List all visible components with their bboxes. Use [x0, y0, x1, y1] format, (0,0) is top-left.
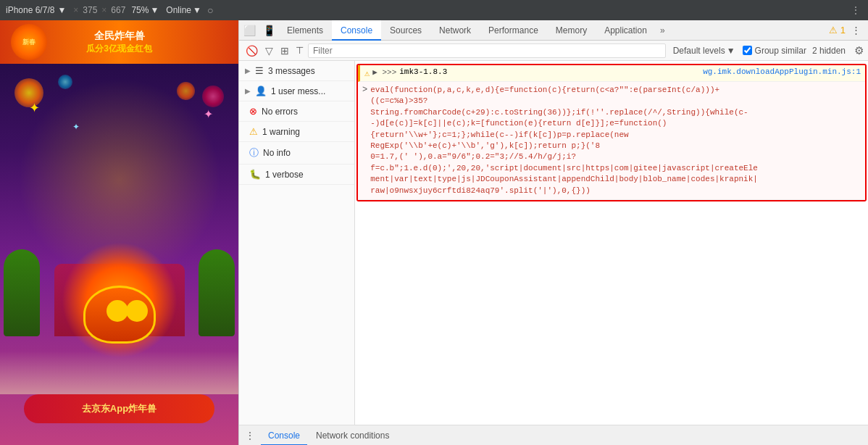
sidebar-verbose-label: 1 verbose [265, 170, 349, 180]
console-entry-warning[interactable]: ⚠ ▶ >>> imk3-1.8.3 wg.imk.downloadAppPlu… [358, 65, 865, 82]
warn-entry-icon: ⚠ [364, 67, 370, 79]
search-icon[interactable]: ⊞ [278, 43, 291, 58]
filter-icon[interactable]: ▽ [263, 43, 275, 58]
devtools-device-icon[interactable]: 📱 [260, 25, 278, 36]
console-entry-eval[interactable]: > eval(function(p,a,c,k,e,d){e=function(… [358, 82, 865, 200]
circle-icon[interactable]: ○ [206, 4, 214, 16]
error-icon: ⊗ [249, 106, 257, 117]
bottom-tab-console[interactable]: Console [261, 425, 307, 446]
clear-console-icon[interactable]: 🚫 [243, 43, 260, 58]
sidebar-item-info[interactable]: ⓘ No info [239, 142, 354, 165]
tab-console[interactable]: Console [332, 20, 381, 41]
separator2: × [100, 5, 108, 15]
top-icon[interactable]: ⊤ [294, 45, 305, 56]
console-toolbar: 🚫 ▽ ⊞ ⊤ Default levels ▼ Group similar 2… [239, 41, 868, 61]
warning-badge: ⚠ 1 [829, 25, 846, 36]
sidebar-item-user[interactable]: ▶ 👤 1 user mess... [239, 81, 354, 101]
settings-icon[interactable]: ⚙ [854, 44, 864, 57]
bottom-tab-network-conditions[interactable]: Network conditions [309, 425, 396, 446]
network-selector[interactable]: Online ▼ [162, 5, 206, 15]
list-icon: ☰ [255, 65, 264, 76]
device-label: iPhone 6/7/8 [6, 5, 54, 15]
log-entry-source[interactable]: wg.imk.downloadAppPlugin.min.js:1 [703, 67, 861, 76]
sidebar-item-errors[interactable]: ⊗ No errors [239, 101, 354, 122]
online-label: Online [166, 5, 191, 15]
console-sidebar: ▶ ☰ 3 messages ▶ 👤 1 user mess... ⊗ No e… [239, 61, 355, 425]
log-entry-id: imk3-1.8.3 [399, 67, 697, 76]
sidebar-warnings-label: 1 warning [262, 127, 349, 137]
hidden-count: 2 hidden [809, 46, 848, 56]
width: 375 [80, 5, 100, 15]
separator: × [72, 5, 80, 15]
default-levels-selector[interactable]: Default levels ▼ [669, 46, 740, 56]
device-selector[interactable]: iPhone 6/7/8 ▼ [0, 5, 72, 15]
device-dropdown-icon: ▼ [57, 5, 66, 15]
bottom-more-icon[interactable]: ⋮ [245, 430, 255, 441]
tab-network[interactable]: Network [430, 20, 480, 41]
expand-icon: ▶ [245, 67, 251, 75]
phone-bottom-button-text: 去京东App炸年兽 [82, 402, 157, 415]
sidebar-user-label: 1 user mess... [271, 86, 349, 96]
expand-icon-2: ▶ [245, 87, 251, 95]
phone-bottom-button[interactable]: 去京东App炸年兽 [24, 394, 214, 423]
tab-more[interactable]: » [656, 25, 669, 36]
group-similar-toggle: Group similar [743, 46, 806, 56]
console-output-border: ⚠ ▶ >>> imk3-1.8.3 wg.imk.downloadAppPlu… [356, 64, 867, 201]
console-main: ⚠ ▶ >>> imk3-1.8.3 wg.imk.downloadAppPlu… [355, 61, 868, 425]
devtools-panel: ⬜ 📱 Elements Console Sources Network Per… [239, 20, 868, 445]
top-bar: iPhone 6/7/8 ▼ × 375 × 667 75% ▼ Online … [0, 0, 868, 20]
console-content: ▶ ☰ 3 messages ▶ 👤 1 user mess... ⊗ No e… [239, 61, 868, 425]
group-similar-checkbox[interactable] [743, 46, 752, 55]
tab-elements[interactable]: Elements [278, 20, 332, 41]
sidebar-errors-label: No errors [262, 107, 349, 117]
online-dropdown-icon: ▼ [193, 5, 201, 15]
main-layout: 1 新春 全民炸年兽 瓜分3亿现金红包 [0, 20, 868, 445]
filter-input[interactable] [308, 43, 666, 58]
sidebar-item-messages[interactable]: ▶ ☰ 3 messages [239, 61, 354, 81]
tab-sources[interactable]: Sources [381, 20, 430, 41]
verbose-icon: 🐛 [249, 169, 261, 180]
tab-application[interactable]: Application [596, 20, 656, 41]
sidebar-item-verbose[interactable]: 🐛 1 verbose [239, 165, 354, 185]
input-arrow: > [362, 85, 367, 95]
phone-top-banner: 新春 全民炸年兽 瓜分3亿现金红包 [0, 20, 238, 64]
info-icon: ⓘ [249, 146, 259, 159]
tab-performance[interactable]: Performance [480, 20, 547, 41]
zoom-label: 75% [131, 5, 149, 15]
user-icon: 👤 [255, 86, 267, 96]
zoom-dropdown-icon: ▼ [150, 5, 159, 15]
warn-icon: ⚠ [249, 126, 258, 137]
phone-content: 新春 全民炸年兽 瓜分3亿现金红包 [0, 20, 238, 445]
sidebar-messages-label: 3 messages [268, 66, 349, 76]
phone-panel: 1 新春 全民炸年兽 瓜分3亿现金红包 [0, 20, 239, 445]
devtools-inspect-icon[interactable]: ⬜ [239, 25, 260, 36]
sidebar-item-warnings[interactable]: ⚠ 1 warning [239, 122, 354, 142]
zoom-selector[interactable]: 75% ▼ [128, 5, 162, 15]
devtools-tabs: ⬜ 📱 Elements Console Sources Network Per… [239, 20, 868, 41]
devtools-more-icon[interactable]: ⋮ [850, 23, 862, 37]
phone-main-image: ✦ ✦ ✦ [0, 64, 238, 394]
eval-code-content: eval(function(p,a,c,k,e,d){e=function(c)… [370, 85, 758, 196]
tab-memory[interactable]: Memory [547, 20, 596, 41]
devtools-bottom-bar: ⋮ Console Network conditions [239, 425, 868, 445]
top-bar-right: ⋮ [849, 4, 868, 16]
height: 667 [108, 5, 128, 15]
sidebar-info-label: No info [263, 148, 349, 158]
more-icon[interactable]: ⋮ [849, 4, 862, 16]
devtools-tab-icons: ⚠ 1 ⋮ [829, 23, 868, 37]
expand-arrow: ▶ >>> [372, 67, 396, 77]
